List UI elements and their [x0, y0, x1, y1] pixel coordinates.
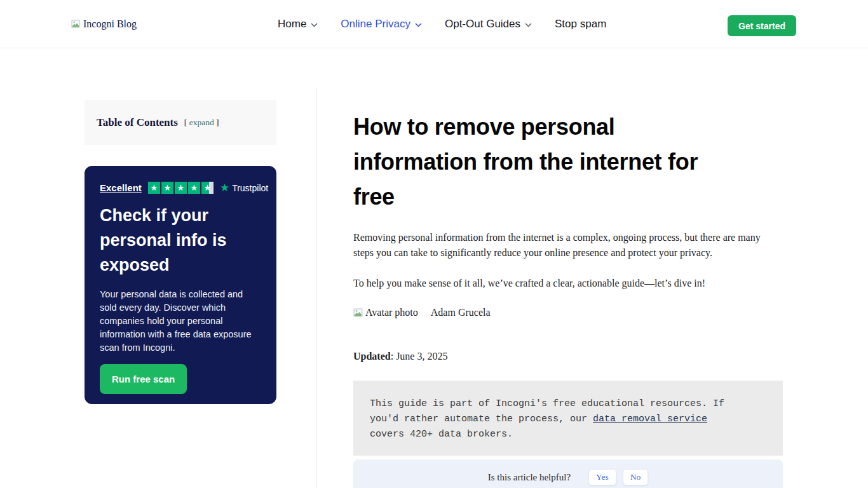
trustpilot-star-icon: ★: [220, 182, 229, 193]
cta-card-body: Your personal data is collected and sold…: [100, 288, 257, 355]
star-half-icon: ★: [201, 182, 214, 194]
star-icon: ★: [188, 182, 200, 194]
article-title: How to remove personal information from …: [353, 109, 783, 214]
article-title-line: free: [353, 179, 783, 214]
feedback-no-button[interactable]: No: [623, 469, 649, 485]
trustpilot-stars: ★ ★ ★ ★ ★: [148, 182, 214, 194]
feedback-yes-button[interactable]: Yes: [588, 469, 616, 485]
trustpilot-brand-text: Trustpilot: [232, 183, 268, 193]
author-name[interactable]: Adam Grucela: [431, 307, 491, 318]
nav-label: Opt-Out Guides: [445, 18, 520, 30]
editorial-note-box: This guide is part of Incogni's free edu…: [353, 381, 783, 456]
chevron-down-icon: [525, 23, 532, 27]
nav-label: Stop spam: [555, 18, 606, 30]
run-free-scan-button[interactable]: Run free scan: [100, 364, 187, 394]
get-started-button[interactable]: Get started: [728, 15, 796, 36]
trustpilot-rating-label[interactable]: Excellent: [100, 182, 142, 193]
avatar-alt-text: Avatar photo: [365, 307, 418, 318]
avatar: Avatar photo: [353, 307, 418, 318]
chevron-down-icon: [415, 23, 422, 27]
updated-label: Updated: [353, 351, 391, 362]
feedback-bar: Is this article helpful? Yes No: [353, 459, 783, 488]
page: Incogni Blog Home Online Privacy Opt-Out…: [0, 0, 868, 488]
updated-row: Updated: June 3, 2025: [353, 351, 447, 362]
article-paragraph: To help you make sense of it all, we’ve …: [353, 276, 765, 291]
nav-item-opt-out-guides[interactable]: Opt-Out Guides: [445, 18, 532, 30]
toc-title: Table of Contents: [97, 116, 178, 129]
site-header: Incogni Blog Home Online Privacy Opt-Out…: [0, 0, 868, 48]
cta-heading-line: personal info is: [100, 228, 261, 253]
logo-text: Incogni Blog: [83, 18, 137, 30]
note-text-after: covers 420+ data brokers.: [370, 429, 513, 440]
free-scan-cta-card: Excellent ★ ★ ★ ★ ★ ★ Trustpilot Check i…: [85, 166, 276, 404]
star-icon: ★: [175, 182, 187, 194]
table-of-contents-box: Table of Contents [ expand ]: [85, 100, 276, 145]
article-paragraph: Removing personal information from the i…: [353, 230, 765, 261]
author-row: Avatar photo Adam Grucela: [353, 307, 491, 318]
chevron-down-icon: [311, 23, 318, 27]
toc-expand-link[interactable]: expand: [189, 118, 214, 127]
vertical-divider: [316, 89, 316, 488]
updated-date: : June 3, 2025: [391, 351, 448, 362]
cta-heading-line: exposed: [100, 253, 261, 278]
toc-expand-wrap: [ expand ]: [184, 118, 219, 128]
broken-image-icon: [71, 19, 81, 29]
nav-item-home[interactable]: Home: [278, 18, 318, 30]
article-title-line: information from the internet for: [353, 144, 783, 179]
cta-card-heading: Check if your personal info is exposed: [100, 203, 261, 278]
main-nav: Home Online Privacy Opt-Out Guides Stop …: [278, 0, 606, 48]
star-icon: ★: [148, 182, 160, 194]
toc-bracket-open: [: [184, 118, 189, 127]
trustpilot-logo: ★ Trustpilot: [220, 182, 268, 193]
feedback-question: Is this article helpful?: [488, 472, 571, 483]
broken-image-icon: [353, 308, 364, 318]
nav-item-stop-spam[interactable]: Stop spam: [555, 18, 606, 30]
article-title-line: How to remove personal: [353, 109, 783, 144]
star-icon: ★: [161, 182, 173, 194]
data-removal-service-link[interactable]: data removal service: [593, 414, 707, 424]
nav-label: Home: [278, 18, 306, 30]
cta-heading-line: Check if your: [100, 203, 261, 228]
editorial-note-text: This guide is part of Incogni's free edu…: [370, 396, 742, 442]
site-logo[interactable]: Incogni Blog: [71, 0, 137, 48]
nav-item-online-privacy[interactable]: Online Privacy: [341, 18, 422, 30]
nav-label: Online Privacy: [341, 18, 410, 30]
trustpilot-widget[interactable]: Excellent ★ ★ ★ ★ ★ ★ Trustpilot: [100, 182, 261, 194]
toc-bracket-close: ]: [214, 118, 219, 127]
